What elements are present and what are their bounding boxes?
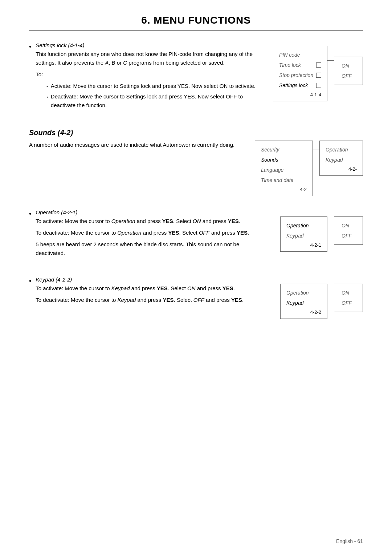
sub-bullet-activate: • Activate: Move the cursor to Settings … [46, 82, 262, 90]
operation-body2: To deactivate: Move the cursor to Operat… [36, 228, 269, 237]
section-operation: • Operation (4-2-1) To activate: Move th… [29, 209, 363, 263]
operation-body1: To activate: Move the cursor to Operatio… [36, 217, 269, 226]
keypad-content: • Keypad (4-2-2) To activate: Move the c… [29, 276, 363, 319]
section-keypad: • Keypad (4-2-2) To activate: Move the c… [29, 276, 363, 319]
sub-item-keypad: Keypad [326, 155, 357, 165]
sounds-heading: Sounds (4-2) [29, 129, 363, 137]
h-line-42 [313, 150, 319, 150]
menu-item-settingslock: Settings lock [279, 80, 321, 90]
bullet-dot-op: • [29, 209, 31, 219]
connector-414 [327, 46, 334, 75]
op-item-operation: Operation [286, 220, 321, 231]
operation-diagram: Operation Keypad 4-2-1 ON OFF [280, 216, 363, 252]
settingslock-checkbox [316, 83, 321, 88]
keypad-text: • Keypad (4-2-2) To activate: Move the c… [29, 276, 269, 310]
operation-body3: 5 beeps are heard over 2 seconds when th… [36, 240, 269, 258]
menu-number-414: 4-1-4 [279, 92, 321, 97]
menu-number-42: 4-2 [261, 187, 307, 192]
keypad-body2: To deactivate: Move the cursor to Keypad… [36, 296, 269, 304]
footer: English - 61 [336, 538, 363, 544]
kp-item-keypad: Keypad [286, 298, 321, 308]
connector-42 [313, 141, 319, 159]
keypad-body1: To activate: Move the cursor to Keypad a… [36, 284, 269, 293]
operation-label: Operation (4-2-1) [36, 209, 269, 215]
menu-item-security: Security [261, 145, 307, 155]
settings-lock-bullet: • Settings lock (4-1-4) This function pr… [29, 42, 262, 113]
sounds-text: A number of audio messages are used to i… [29, 141, 244, 152]
menu-item-sounds: Sounds [261, 155, 307, 165]
operation-bullet: • Operation (4-2-1) To activate: Move th… [29, 209, 269, 260]
settings-lock-content: • Settings lock (4-1-4) This function pr… [29, 42, 363, 116]
sub-number-42: 4-2- [326, 166, 357, 172]
settings-lock-text: • Settings lock (4-1-4) This function pr… [29, 42, 262, 116]
keypad-bullet-content: Keypad (4-2-2) To activate: Move the cur… [36, 276, 269, 307]
timelock-checkbox [316, 62, 321, 68]
menu-item-timelock: Time lock [279, 60, 321, 70]
operation-bullet-content: Operation (4-2-1) To activate: Move the … [36, 209, 269, 260]
sub-bullet-deactivate: • Deactivate: Move the cursor to Setting… [46, 92, 262, 110]
connector-422 [327, 284, 334, 302]
on-item-422: ON [342, 288, 355, 298]
menu-box-42: Security Sounds Language Time and date 4… [255, 141, 313, 196]
onoff-box-414: ON OFF [334, 57, 363, 85]
bullet-dot-kp: • [29, 276, 31, 286]
section-sounds: Sounds (4-2) A number of audio messages … [29, 129, 363, 196]
sounds-diagram: Security Sounds Language Time and date 4… [255, 141, 363, 196]
page-title: 6. MENU FUNCTIONS [29, 15, 363, 31]
settings-lock-diagram: PIN code Time lock Stop protection Setti… [273, 46, 363, 101]
settings-lock-body1: This function prevents any one who does … [36, 50, 262, 67]
h-line [327, 60, 334, 61]
sub-bullet-deactivate-text: Deactivate: Move the cursor to Settings … [51, 92, 262, 110]
menu-item-pincode: PIN code [279, 50, 321, 60]
off-item-422: OFF [342, 298, 355, 308]
connector-421 [327, 216, 334, 231]
menu-box-422: Operation Keypad 4-2-2 [280, 284, 327, 319]
menu-box-414: PIN code Time lock Stop protection Setti… [273, 46, 327, 101]
sub-bullet-dot-2: • [46, 94, 48, 100]
sub-bullet-activate-text: Activate: Move the cursor to Settings lo… [51, 82, 256, 90]
page: 6. MENU FUNCTIONS • Settings lock (4-1-4… [0, 0, 392, 555]
menu-box-421: Operation Keypad 4-2-1 [280, 216, 327, 252]
menu-item-stopprotection: Stop protection [279, 70, 321, 80]
operation-text: • Operation (4-2-1) To activate: Move th… [29, 209, 269, 263]
off-item: OFF [342, 71, 355, 81]
op-item-keypad: Keypad [286, 231, 321, 241]
on-item-421: ON [342, 220, 355, 231]
to-label: To: [36, 70, 262, 79]
h-line-422 [327, 293, 334, 293]
sounds-content: A number of audio messages are used to i… [29, 141, 363, 196]
bullet-content: Settings lock (4-1-4) This function prev… [36, 42, 262, 113]
sub-item-operation: Operation [326, 145, 357, 155]
menu-number-422: 4-2-2 [286, 309, 321, 315]
on-item: ON [342, 61, 355, 71]
off-item-421: OFF [342, 231, 355, 241]
h-line-421 [327, 224, 334, 224]
sub-bullets: • Activate: Move the cursor to Settings … [46, 82, 262, 110]
stopprotection-checkbox [316, 73, 321, 78]
menu-number-421: 4-2-1 [286, 242, 321, 248]
keypad-diagram: Operation Keypad 4-2-2 ON OFF [280, 284, 363, 319]
operation-content: • Operation (4-2-1) To activate: Move th… [29, 209, 363, 263]
onoff-box-422: ON OFF [334, 284, 363, 312]
keypad-bullet: • Keypad (4-2-2) To activate: Move the c… [29, 276, 269, 307]
menu-item-timedate: Time and date [261, 175, 307, 185]
sounds-body: A number of audio messages are used to i… [29, 141, 244, 149]
sub-menu-box-42: Operation Keypad 4-2- [319, 141, 363, 176]
sub-bullet-dot-1: • [46, 84, 48, 90]
keypad-label: Keypad (4-2-2) [36, 276, 269, 283]
onoff-box-421: ON OFF [334, 216, 363, 245]
kp-item-operation: Operation [286, 288, 321, 298]
settings-lock-label: Settings lock (4-1-4) [36, 42, 262, 48]
menu-item-language: Language [261, 165, 307, 175]
bullet-dot: • [29, 42, 31, 52]
section-settings-lock: • Settings lock (4-1-4) This function pr… [29, 42, 363, 116]
